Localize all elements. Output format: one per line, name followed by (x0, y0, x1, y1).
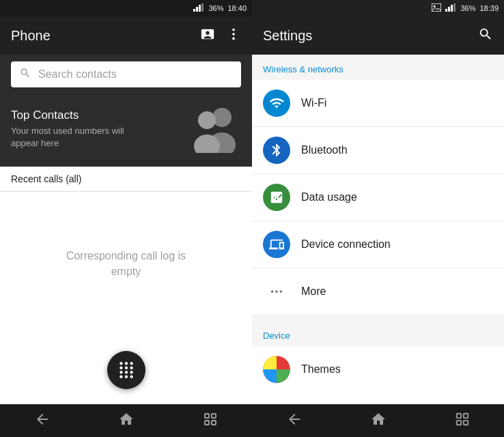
more-item[interactable]: More (252, 268, 504, 315)
phone-title: Phone (11, 28, 51, 44)
svg-point-6 (232, 38, 235, 40)
status-bar-right: 36% 18:39 (252, 0, 504, 16)
bluetooth-label: Bluetooth (301, 144, 348, 156)
svg-rect-13 (205, 421, 209, 425)
back-button-left[interactable] (34, 411, 51, 431)
svg-rect-0 (193, 9, 195, 12)
device-connection-label: Device connection (301, 238, 391, 251)
svg-rect-14 (212, 421, 216, 425)
svg-rect-23 (277, 195, 279, 200)
themes-label: Themes (301, 363, 341, 376)
svg-rect-19 (451, 5, 453, 12)
device-connection-item[interactable]: Device connection (252, 221, 504, 268)
svg-rect-20 (453, 3, 456, 12)
device-header: Device (252, 321, 504, 346)
search-icon-settings[interactable] (478, 27, 493, 44)
settings-panel: 36% 18:39 Settings Wireless & networks W… (252, 0, 504, 437)
search-input-wrap[interactable]: Search contacts (11, 61, 241, 87)
call-log-empty-text: Corresponding call log isempty (66, 249, 186, 279)
wifi-icon (263, 89, 290, 117)
fab-area (0, 336, 252, 404)
more-icon[interactable] (226, 27, 241, 44)
device-connection-icon (263, 231, 290, 258)
bluetooth-item[interactable]: Bluetooth (252, 127, 504, 174)
svg-rect-3 (201, 3, 204, 12)
recents-button-left[interactable] (202, 411, 219, 431)
recent-calls-label: Recent calls (all) (11, 173, 81, 184)
nav-bar-right (252, 404, 504, 437)
svg-rect-29 (457, 413, 461, 417)
phone-panel: 36% 18:40 Phone Search (0, 0, 252, 437)
signal-icon-left (193, 3, 204, 13)
nav-bar-left (0, 404, 252, 437)
data-usage-icon (263, 184, 290, 211)
svg-rect-2 (199, 5, 201, 12)
home-button-left[interactable] (118, 411, 135, 431)
svg-point-4 (232, 29, 235, 31)
top-contacts-heading: Top Contacts (11, 109, 148, 122)
svg-rect-15 (432, 3, 441, 12)
search-bar-container: Search contacts (0, 55, 252, 94)
recents-button-right[interactable] (455, 412, 470, 430)
wifi-label: Wi-Fi (301, 97, 326, 109)
svg-point-26 (275, 290, 278, 293)
wifi-item[interactable]: Wi-Fi (252, 80, 504, 127)
battery-left: 36% (208, 4, 223, 12)
svg-rect-11 (205, 414, 209, 418)
home-button-right[interactable] (370, 411, 387, 431)
settings-title: Settings (263, 28, 312, 44)
themes-icon (263, 356, 290, 383)
status-bar-left: 36% 18:40 (0, 0, 252, 16)
signal-icon-right (445, 3, 456, 13)
time-right: 18:39 (479, 4, 499, 12)
time-left: 18:40 (227, 4, 247, 12)
avatar-group (186, 105, 241, 153)
svg-rect-12 (212, 414, 216, 418)
svg-point-27 (280, 290, 283, 293)
top-contacts-section: Top Contacts Your most used numbers will… (0, 94, 252, 167)
data-usage-label: Data usage (301, 191, 357, 203)
call-log-empty: Corresponding call log isempty (0, 192, 252, 336)
search-placeholder: Search contacts (38, 68, 117, 81)
svg-point-9 (198, 111, 216, 129)
dialpad-fab[interactable] (107, 351, 145, 389)
top-contacts-text: Top Contacts Your most used numbers will… (11, 109, 148, 150)
svg-point-16 (434, 5, 436, 8)
svg-rect-24 (280, 199, 281, 201)
phone-toolbar-icons (200, 27, 241, 44)
wireless-networks-header: Wireless & networks (252, 55, 504, 80)
search-icon (19, 67, 31, 82)
contact-icon[interactable] (200, 27, 215, 44)
bluetooth-icon (263, 137, 290, 164)
more-label: More (301, 285, 326, 298)
section-divider (252, 315, 504, 321)
recent-calls-header: Recent calls (all) (0, 167, 252, 192)
svg-rect-30 (464, 413, 468, 417)
image-icon (432, 3, 441, 13)
svg-rect-22 (275, 197, 276, 201)
svg-point-5 (232, 33, 235, 36)
battery-right: 36% (460, 4, 475, 12)
svg-rect-21 (272, 196, 274, 200)
more-icon-settings (263, 278, 290, 305)
svg-rect-1 (196, 7, 198, 12)
data-usage-item[interactable]: Data usage (252, 174, 504, 221)
svg-rect-17 (445, 9, 447, 12)
svg-rect-18 (448, 7, 450, 12)
settings-content: Wireless & networks Wi-Fi Bluetooth (252, 55, 504, 404)
svg-point-25 (271, 290, 274, 293)
svg-rect-31 (457, 420, 461, 424)
themes-item[interactable]: Themes (252, 346, 504, 393)
back-button-right[interactable] (286, 411, 303, 431)
top-contacts-description: Your most used numbers will appear here (11, 125, 148, 150)
phone-toolbar: Phone (0, 16, 252, 55)
settings-toolbar: Settings (252, 16, 504, 55)
svg-rect-32 (464, 420, 468, 424)
